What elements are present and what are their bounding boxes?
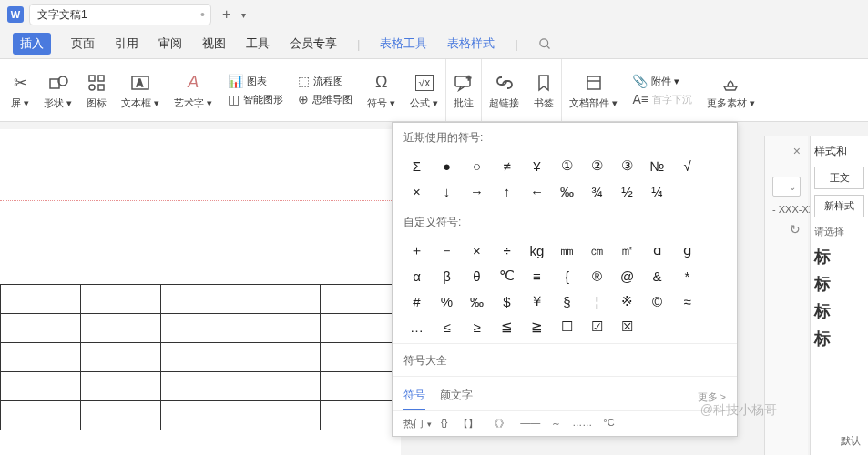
menu-view[interactable]: 视图 xyxy=(202,35,226,52)
style-new[interactable]: 新样式 xyxy=(814,195,864,217)
symbol-cell[interactable]: － xyxy=(432,238,462,263)
symbol-cell[interactable]: * xyxy=(672,263,702,288)
symbol-cell[interactable]: ㎡ xyxy=(612,238,642,263)
tab-symbol[interactable]: 符号 xyxy=(403,384,425,410)
menu-insert[interactable]: 插入 xyxy=(13,33,51,55)
style-heading4[interactable]: 标 xyxy=(814,328,864,349)
symbol-cell[interactable]: ● xyxy=(432,153,462,178)
symbol-quick[interactable]: {} xyxy=(441,417,447,430)
symbol-cell[interactable]: & xyxy=(642,263,672,288)
shape-button[interactable]: 形状 ▾ xyxy=(36,59,79,121)
symbol-cell[interactable]: ℃ xyxy=(492,263,522,288)
menu-tools[interactable]: 工具 xyxy=(246,35,270,52)
tab-emoji[interactable]: 颜文字 xyxy=(440,384,473,410)
symbol-cell[interactable]: ¼ xyxy=(642,178,672,204)
style-heading3[interactable]: 标 xyxy=(814,300,864,322)
symbol-cell[interactable]: … xyxy=(402,314,432,339)
symbol-cell[interactable]: @ xyxy=(612,263,642,288)
symbol-quick[interactable]: …… xyxy=(572,417,592,430)
search-icon[interactable] xyxy=(538,36,552,52)
symbol-quick[interactable]: °C xyxy=(603,417,614,430)
symbol-cell[interactable]: ○ xyxy=(462,153,492,178)
screenshot-button[interactable]: ✂屏 ▾ xyxy=(4,59,36,121)
flowchart-button[interactable]: ⬚流程图 xyxy=(298,74,352,88)
symbol-cell[interactable]: ≧ xyxy=(522,314,552,339)
symbol-cell[interactable]: ≤ xyxy=(432,314,462,339)
docpart-button[interactable]: 文档部件 ▾ xyxy=(562,59,625,121)
symbol-cell[interactable]: α xyxy=(402,263,432,288)
symbol-cell[interactable]: § xyxy=(552,288,582,314)
bookmark-button[interactable]: 书签 xyxy=(526,59,562,121)
tab-close-icon[interactable]: • xyxy=(200,7,205,22)
symbol-cell[interactable]: $ xyxy=(492,288,522,314)
symbol-cell[interactable]: ↓ xyxy=(432,178,462,204)
document-tab[interactable]: 文字文稿1 • xyxy=(29,4,211,25)
symbol-cell[interactable]: # xyxy=(402,288,432,314)
more-button[interactable]: 更多素材 ▾ xyxy=(700,59,762,121)
formula-button[interactable]: √x公式 ▾ xyxy=(403,59,446,121)
symbol-cell[interactable]: ‰ xyxy=(462,288,492,314)
textbox-button[interactable]: A文本框 ▾ xyxy=(114,59,167,121)
symbol-cell[interactable]: © xyxy=(642,288,672,314)
symbol-cell[interactable]: ※ xyxy=(612,288,642,314)
outline-select[interactable]: ⌄ xyxy=(772,177,801,197)
symbol-cell[interactable]: ½ xyxy=(612,178,642,204)
style-heading1[interactable]: 标 xyxy=(814,246,864,268)
mindmap-button[interactable]: ⊕思维导图 xyxy=(298,92,352,106)
menu-reference[interactable]: 引用 xyxy=(115,35,138,52)
menu-review[interactable]: 审阅 xyxy=(158,35,182,52)
chart-button[interactable]: 📊图表 xyxy=(228,74,283,88)
symbol-cell[interactable]: ↑ xyxy=(492,178,522,204)
close-pane-icon[interactable]: × xyxy=(772,144,801,158)
symbol-cell[interactable]: kg xyxy=(522,238,552,263)
symbol-cell[interactable]: ① xyxy=(552,153,582,178)
symbol-cell[interactable]: ≈ xyxy=(672,288,702,314)
symbol-quick[interactable]: —— xyxy=(520,417,540,430)
symbol-cell[interactable]: ㎝ xyxy=(582,238,612,263)
symbol-cell[interactable]: ‰ xyxy=(552,178,582,204)
symbol-cell[interactable]: → xyxy=(462,178,492,204)
symbol-cell[interactable]: θ xyxy=(462,263,492,288)
symbol-cell[interactable]: ③ xyxy=(612,153,642,178)
symbol-cell[interactable]: ≥ xyxy=(462,314,492,339)
symbol-cell[interactable]: ￥ xyxy=(522,288,552,314)
comment-button[interactable]: +批注 xyxy=(446,59,482,121)
symbol-button[interactable]: Ω符号 ▾ xyxy=(360,59,403,121)
menu-table-tools[interactable]: 表格工具 xyxy=(380,35,427,52)
symbol-cell[interactable]: ® xyxy=(582,263,612,288)
style-normal[interactable]: 正文 xyxy=(814,167,864,189)
symbol-cell[interactable]: ɡ xyxy=(672,238,702,263)
menu-table-style[interactable]: 表格样式 xyxy=(447,35,495,52)
wordart-button[interactable]: A艺术字 ▾ xyxy=(167,59,220,121)
symbol-cell[interactable]: × xyxy=(462,238,492,263)
document-page[interactable] xyxy=(0,129,401,455)
document-table[interactable] xyxy=(0,284,401,430)
symbol-cell[interactable]: ☐ xyxy=(552,314,582,339)
symbol-cell[interactable]: ¦ xyxy=(582,288,612,314)
symbol-cell[interactable]: √ xyxy=(672,153,702,178)
new-tab-button[interactable]: + xyxy=(217,6,236,23)
symbol-cell[interactable]: β xyxy=(432,263,462,288)
tab-menu-icon[interactable]: ▾ xyxy=(241,10,246,20)
symbol-cell[interactable]: ÷ xyxy=(492,238,522,263)
symbol-cell[interactable]: ¾ xyxy=(582,178,612,204)
symbol-cell[interactable]: ≠ xyxy=(492,153,522,178)
symbol-cell[interactable]: % xyxy=(432,288,462,314)
symbol-quick[interactable]: 【】 xyxy=(458,417,478,430)
symbol-cell[interactable]: ☑ xyxy=(582,314,612,339)
menu-page[interactable]: 页面 xyxy=(71,35,95,52)
symbol-cell[interactable]: { xyxy=(552,263,582,288)
menu-vip[interactable]: 会员专享 xyxy=(290,35,337,52)
symbol-cell[interactable]: ☒ xyxy=(612,314,642,339)
symbol-cell[interactable]: ≡ xyxy=(522,263,552,288)
symbol-cell[interactable]: ㎜ xyxy=(552,238,582,263)
symbol-quick[interactable]: 《》 xyxy=(489,417,509,430)
symbol-quick[interactable]: ～ xyxy=(551,417,561,430)
symbol-cell[interactable]: ＋ xyxy=(402,238,432,263)
symbol-cell[interactable]: ¥ xyxy=(522,153,552,178)
icon-button[interactable]: 图标 xyxy=(79,59,114,121)
symbol-cell[interactable]: Σ xyxy=(402,153,432,178)
symbol-cell[interactable]: ② xyxy=(582,153,612,178)
attachment-button[interactable]: 📎附件 ▾ xyxy=(632,74,692,88)
style-heading2[interactable]: 标 xyxy=(814,273,864,295)
